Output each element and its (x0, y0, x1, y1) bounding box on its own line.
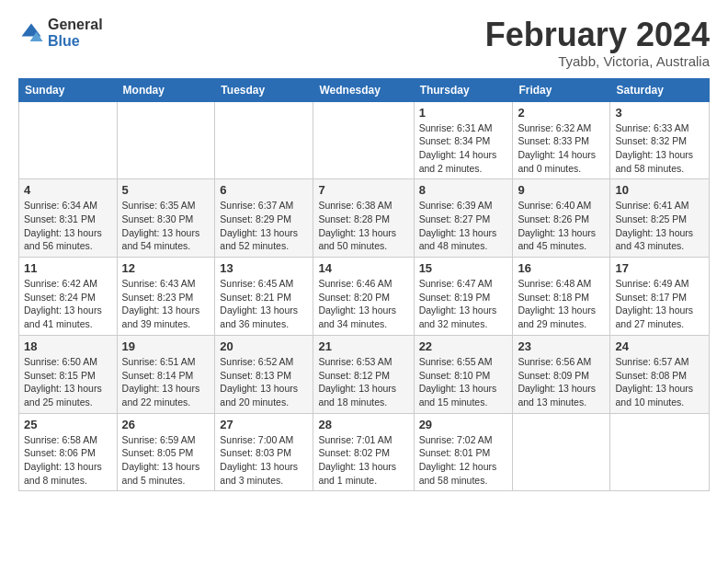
day-info: Sunrise: 6:38 AMSunset: 8:28 PMDaylight:… (318, 199, 408, 253)
calendar-week-row: 1Sunrise: 6:31 AMSunset: 8:34 PMDaylight… (19, 101, 710, 179)
day-info: Sunrise: 6:34 AMSunset: 8:31 PMDaylight:… (24, 199, 112, 253)
day-info: Sunrise: 6:45 AMSunset: 8:21 PMDaylight:… (220, 277, 308, 331)
day-info: Sunrise: 6:33 AMSunset: 8:32 PMDaylight:… (615, 121, 704, 176)
day-number: 17 (615, 261, 704, 275)
day-info: Sunrise: 6:42 AMSunset: 8:24 PMDaylight:… (24, 277, 112, 331)
calendar-cell: 2Sunrise: 6:32 AMSunset: 8:33 PMDaylight… (513, 101, 610, 179)
calendar-cell: 1Sunrise: 6:31 AMSunset: 8:34 PMDaylight… (414, 101, 513, 179)
day-info: Sunrise: 7:00 AMSunset: 8:03 PMDaylight:… (220, 433, 308, 488)
calendar-cell (19, 101, 118, 179)
calendar-cell: 18Sunrise: 6:50 AMSunset: 8:15 PMDayligh… (19, 335, 118, 413)
day-info: Sunrise: 6:41 AMSunset: 8:25 PMDaylight:… (615, 199, 704, 253)
calendar-cell: 6Sunrise: 6:37 AMSunset: 8:29 PMDaylight… (215, 179, 313, 258)
day-info: Sunrise: 6:55 AMSunset: 8:10 PMDaylight:… (419, 355, 508, 409)
day-info: Sunrise: 7:02 AMSunset: 8:01 PMDaylight:… (419, 433, 508, 488)
day-info: Sunrise: 6:53 AMSunset: 8:12 PMDaylight:… (318, 355, 408, 409)
calendar-week-row: 4Sunrise: 6:34 AMSunset: 8:31 PMDaylight… (19, 179, 710, 258)
calendar-week-row: 25Sunrise: 6:58 AMSunset: 8:06 PMDayligh… (19, 413, 710, 491)
calendar-cell: 29Sunrise: 7:02 AMSunset: 8:01 PMDayligh… (414, 413, 513, 491)
calendar-cell (610, 413, 710, 491)
calendar-cell: 22Sunrise: 6:55 AMSunset: 8:10 PMDayligh… (414, 335, 513, 413)
col-header-saturday: Saturday (610, 78, 710, 101)
day-number: 11 (24, 261, 112, 275)
day-info: Sunrise: 6:56 AMSunset: 8:09 PMDaylight:… (518, 355, 605, 409)
day-number: 18 (24, 339, 112, 353)
col-header-sunday: Sunday (19, 78, 118, 101)
col-header-friday: Friday (513, 78, 610, 101)
day-number: 24 (615, 339, 704, 353)
day-info: Sunrise: 6:40 AMSunset: 8:26 PMDaylight:… (518, 199, 605, 253)
day-info: Sunrise: 6:49 AMSunset: 8:17 PMDaylight:… (615, 277, 704, 331)
calendar-cell: 5Sunrise: 6:35 AMSunset: 8:30 PMDaylight… (117, 179, 215, 258)
day-info: Sunrise: 6:48 AMSunset: 8:18 PMDaylight:… (518, 277, 605, 331)
day-number: 7 (318, 183, 408, 197)
calendar-cell (215, 101, 313, 179)
day-info: Sunrise: 6:59 AMSunset: 8:05 PMDaylight:… (122, 433, 210, 488)
calendar-cell: 12Sunrise: 6:43 AMSunset: 8:23 PMDayligh… (117, 258, 215, 336)
day-number: 12 (122, 261, 210, 275)
calendar-cell: 21Sunrise: 6:53 AMSunset: 8:12 PMDayligh… (313, 335, 414, 413)
calendar-cell: 10Sunrise: 6:41 AMSunset: 8:25 PMDayligh… (610, 179, 710, 258)
day-info: Sunrise: 6:39 AMSunset: 8:27 PMDaylight:… (419, 199, 508, 253)
day-info: Sunrise: 6:50 AMSunset: 8:15 PMDaylight:… (24, 355, 112, 409)
day-number: 1 (419, 106, 508, 120)
calendar-cell: 7Sunrise: 6:38 AMSunset: 8:28 PMDaylight… (313, 179, 414, 258)
calendar-cell: 8Sunrise: 6:39 AMSunset: 8:27 PMDaylight… (414, 179, 513, 258)
calendar-cell: 14Sunrise: 6:46 AMSunset: 8:20 PMDayligh… (313, 258, 414, 336)
header: General Blue February 2024 Tyabb, Victor… (18, 17, 710, 69)
calendar-cell (117, 101, 215, 179)
day-info: Sunrise: 6:46 AMSunset: 8:20 PMDaylight:… (318, 277, 408, 331)
logo-general: General (48, 17, 103, 33)
day-number: 3 (615, 106, 704, 120)
calendar-cell: 19Sunrise: 6:51 AMSunset: 8:14 PMDayligh… (117, 335, 215, 413)
day-number: 2 (518, 106, 605, 120)
day-number: 6 (220, 183, 308, 197)
day-info: Sunrise: 6:52 AMSunset: 8:13 PMDaylight:… (220, 355, 308, 409)
calendar-cell: 16Sunrise: 6:48 AMSunset: 8:18 PMDayligh… (513, 258, 610, 336)
day-number: 23 (518, 339, 605, 353)
day-number: 27 (220, 418, 308, 431)
month-title: February 2024 (485, 17, 710, 53)
calendar-cell: 15Sunrise: 6:47 AMSunset: 8:19 PMDayligh… (414, 258, 513, 336)
day-info: Sunrise: 6:51 AMSunset: 8:14 PMDaylight:… (122, 355, 210, 409)
title-area: February 2024 Tyabb, Victoria, Australia (485, 17, 710, 69)
calendar-cell (313, 101, 414, 179)
col-header-thursday: Thursday (414, 78, 513, 101)
day-info: Sunrise: 6:37 AMSunset: 8:29 PMDaylight:… (220, 199, 308, 253)
calendar-week-row: 11Sunrise: 6:42 AMSunset: 8:24 PMDayligh… (19, 258, 710, 336)
day-info: Sunrise: 6:35 AMSunset: 8:30 PMDaylight:… (122, 199, 210, 253)
calendar-cell: 25Sunrise: 6:58 AMSunset: 8:06 PMDayligh… (19, 413, 118, 491)
day-info: Sunrise: 6:31 AMSunset: 8:34 PMDaylight:… (419, 121, 508, 176)
location: Tyabb, Victoria, Australia (485, 53, 710, 69)
col-header-tuesday: Tuesday (215, 78, 313, 101)
day-number: 21 (318, 339, 408, 353)
day-number: 20 (220, 339, 308, 353)
calendar-cell (513, 413, 610, 491)
day-number: 22 (419, 339, 508, 353)
day-info: Sunrise: 7:01 AMSunset: 8:02 PMDaylight:… (318, 433, 408, 488)
day-number: 4 (24, 183, 112, 197)
calendar-header-row: SundayMondayTuesdayWednesdayThursdayFrid… (19, 78, 710, 101)
calendar-cell: 3Sunrise: 6:33 AMSunset: 8:32 PMDaylight… (610, 101, 710, 179)
calendar-cell: 13Sunrise: 6:45 AMSunset: 8:21 PMDayligh… (215, 258, 313, 336)
logo-icon (18, 20, 44, 46)
day-number: 26 (122, 418, 210, 431)
logo-blue: Blue (48, 33, 103, 50)
calendar-cell: 4Sunrise: 6:34 AMSunset: 8:31 PMDaylight… (19, 179, 118, 258)
day-info: Sunrise: 6:47 AMSunset: 8:19 PMDaylight:… (419, 277, 508, 331)
day-number: 13 (220, 261, 308, 275)
calendar-week-row: 18Sunrise: 6:50 AMSunset: 8:15 PMDayligh… (19, 335, 710, 413)
calendar-cell: 24Sunrise: 6:57 AMSunset: 8:08 PMDayligh… (610, 335, 710, 413)
day-number: 14 (318, 261, 408, 275)
day-info: Sunrise: 6:58 AMSunset: 8:06 PMDaylight:… (24, 433, 112, 488)
day-info: Sunrise: 6:32 AMSunset: 8:33 PMDaylight:… (518, 121, 605, 176)
calendar-cell: 27Sunrise: 7:00 AMSunset: 8:03 PMDayligh… (215, 413, 313, 491)
day-number: 10 (615, 183, 704, 197)
calendar: SundayMondayTuesdayWednesdayThursdayFrid… (18, 78, 710, 492)
day-number: 5 (122, 183, 210, 197)
calendar-cell: 26Sunrise: 6:59 AMSunset: 8:05 PMDayligh… (117, 413, 215, 491)
calendar-cell: 9Sunrise: 6:40 AMSunset: 8:26 PMDaylight… (513, 179, 610, 258)
page: General Blue February 2024 Tyabb, Victor… (0, 0, 728, 500)
day-number: 28 (318, 418, 408, 431)
calendar-cell: 28Sunrise: 7:01 AMSunset: 8:02 PMDayligh… (313, 413, 414, 491)
